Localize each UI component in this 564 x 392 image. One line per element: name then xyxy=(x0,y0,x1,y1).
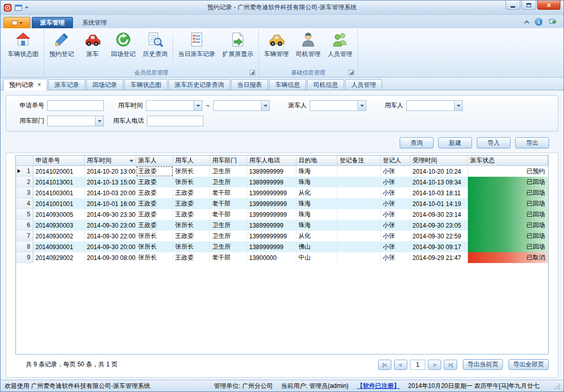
cell[interactable] xyxy=(337,209,381,220)
cell[interactable]: 20141003001 xyxy=(33,188,85,198)
application-menu-button[interactable] xyxy=(4,17,30,28)
cell[interactable]: 珠海 xyxy=(296,198,337,209)
table-row[interactable]: 9 20140929002 2014-09-30 08:00 张所长 王政委 老… xyxy=(16,252,548,263)
status-cell[interactable]: 已回场 xyxy=(468,198,548,209)
cell[interactable] xyxy=(337,231,381,241)
cell[interactable]: 小张 xyxy=(381,241,410,252)
dropdown-arrow-icon[interactable] xyxy=(95,116,103,126)
cell[interactable]: 1389999999 xyxy=(247,166,296,177)
cell[interactable]: 2014-09-30 23:05 xyxy=(410,220,468,231)
status-cell[interactable]: 已回场 xyxy=(468,209,548,220)
cell[interactable]: 张所长 xyxy=(136,252,173,263)
cell[interactable] xyxy=(337,188,381,198)
cell[interactable]: 卫生所 xyxy=(210,166,247,177)
cell[interactable]: 老干部 xyxy=(210,188,247,198)
export-button[interactable]: 导出 xyxy=(515,137,549,148)
phone-input[interactable] xyxy=(147,116,203,126)
ribbon-button-driver-management[interactable]: 司机管理 xyxy=(292,29,324,60)
cell[interactable]: 小张 xyxy=(381,231,410,241)
tab-dispatch-records[interactable]: 派车记录 xyxy=(48,79,85,90)
import-button[interactable]: 导入 xyxy=(477,137,511,148)
table-row[interactable]: 8 20140930001 2014-09-30 20:00 张所长 张所长 卫… xyxy=(16,241,548,252)
dropdown-arrow-icon[interactable] xyxy=(454,101,462,110)
dispatcher-select[interactable] xyxy=(310,100,366,111)
export-all-pages-button[interactable]: 导出全部页 xyxy=(509,359,549,370)
column-header-car-user[interactable]: 用车人 xyxy=(173,156,210,165)
last-page-button[interactable]: >| xyxy=(444,360,457,370)
status-cell[interactable]: 已回场 xyxy=(468,231,548,241)
cell[interactable]: 张所长 xyxy=(173,241,210,252)
maximize-button[interactable] xyxy=(521,1,536,10)
cell[interactable]: 2014-10-01 16:00 xyxy=(85,198,136,209)
tab-booking-records[interactable]: 预约记录 × xyxy=(3,79,47,90)
cell[interactable] xyxy=(337,220,381,231)
cell[interactable]: 王政委 xyxy=(136,177,173,188)
cell[interactable]: 2014-09-30 23:00 xyxy=(85,220,136,231)
table-row[interactable]: 2 20141013001 2014-10-13 15:00 王政委 张所长 卫… xyxy=(16,177,548,188)
cell[interactable]: 王政委 xyxy=(173,231,210,241)
cell[interactable]: 2014-10-01 14:19 xyxy=(410,198,468,209)
cell[interactable]: 小张 xyxy=(381,198,410,209)
ribbon-button-dispatch[interactable]: 派车 xyxy=(78,29,107,60)
table-row[interactable]: 5 20140930005 2014-09-30 23:30 王政委 王政委 老… xyxy=(16,209,548,220)
dropdown-arrow-icon[interactable] xyxy=(261,101,269,110)
cell[interactable]: 20140930005 xyxy=(33,209,85,220)
dialog-launcher-icon[interactable] xyxy=(250,70,255,76)
cell[interactable]: 20141020001 xyxy=(33,166,85,177)
table-row[interactable]: 1 20141020001 2014-10-20 13:00 王政委 张所长 卫… xyxy=(16,166,548,177)
cell[interactable]: 珠海 xyxy=(296,209,337,220)
tab-vehicle-status-chart[interactable]: 车辆状态图 xyxy=(124,79,167,90)
ribbon-button-today-dispatch-records[interactable]: 当日派车记录 xyxy=(175,29,219,60)
cell[interactable]: 2014-10-03 18:11 xyxy=(410,188,468,198)
previous-page-button[interactable]: < xyxy=(394,360,407,370)
cell[interactable]: 2014-09-30 22:00 xyxy=(85,231,136,241)
cell[interactable]: 13999999999 xyxy=(247,209,296,220)
cell[interactable]: 2014-09-29 21:47 xyxy=(410,252,468,263)
cell[interactable]: 珠海 xyxy=(296,166,337,177)
column-header-use-time[interactable]: 用车时间 xyxy=(85,156,136,165)
cell[interactable]: 2014-09-30 23:30 xyxy=(85,209,136,220)
cell[interactable]: 20140930003 xyxy=(33,220,85,231)
cell[interactable]: 中山 xyxy=(296,252,337,263)
column-header-dispatcher[interactable]: 派车人 xyxy=(136,156,173,165)
row-number[interactable]: 1 xyxy=(16,166,33,177)
cell[interactable]: 卫生所 xyxy=(210,241,247,252)
close-button[interactable]: × xyxy=(537,1,560,10)
row-number[interactable]: 4 xyxy=(16,198,33,209)
table-row[interactable]: 4 20141001001 2014-10-01 16:00 王政委 王政委 老… xyxy=(16,198,548,209)
ribbon-button-vehicle-management[interactable]: 车辆管理 xyxy=(260,29,292,60)
column-header-accept-time[interactable]: 受理时间 xyxy=(410,156,468,165)
cell[interactable]: 2014-09-30 22:59 xyxy=(410,231,468,241)
use-time-from-select[interactable] xyxy=(146,100,202,111)
row-number[interactable]: 2 xyxy=(16,177,33,188)
cell[interactable]: 小张 xyxy=(381,166,410,177)
column-header-department[interactable]: 用车部门 xyxy=(210,156,247,165)
column-header-status[interactable]: 派车状态 xyxy=(468,156,548,165)
cell[interactable]: 2014-09-30 09:17 xyxy=(410,241,468,252)
cell[interactable]: 从化 xyxy=(296,188,337,198)
cell[interactable] xyxy=(337,252,381,263)
tab-vehicle-info[interactable]: 车辆信息 xyxy=(269,79,306,90)
qat-dropdown-icon[interactable] xyxy=(25,7,28,10)
next-page-button[interactable]: > xyxy=(428,360,441,370)
ribbon-tab-system-management[interactable]: 系统管理 xyxy=(74,17,115,28)
column-header-phone[interactable]: 用车人电话 xyxy=(247,156,296,165)
cell[interactable]: 2014-09-30 23:14 xyxy=(410,209,468,220)
cell[interactable]: 老干部 xyxy=(210,198,247,209)
table-row[interactable]: 3 20141003001 2014-10-03 20:00 王政委 王政委 老… xyxy=(16,188,548,198)
cell[interactable] xyxy=(337,241,381,252)
cell[interactable]: 小张 xyxy=(381,220,410,231)
license-registered-link[interactable]: 【软件已注册】 xyxy=(357,382,400,390)
cell[interactable]: 2014-10-03 20:00 xyxy=(85,188,136,198)
status-cell[interactable]: 已回场 xyxy=(468,177,548,188)
column-header-remark[interactable]: 登记备注 xyxy=(337,156,381,165)
cell[interactable] xyxy=(337,177,381,188)
cell[interactable]: 2014-10-20 13:00 xyxy=(85,166,136,177)
tab-close-icon[interactable]: × xyxy=(37,82,41,88)
cell[interactable]: 老干部 xyxy=(210,209,247,220)
table-row[interactable]: 7 20140930002 2014-09-30 22:00 张所长 王政委 卫… xyxy=(16,231,548,241)
page-number-input[interactable] xyxy=(410,360,425,370)
cell[interactable]: 13999999999 xyxy=(247,231,296,241)
cell[interactable]: 卫生所 xyxy=(210,177,247,188)
cell[interactable]: 佛山 xyxy=(296,241,337,252)
